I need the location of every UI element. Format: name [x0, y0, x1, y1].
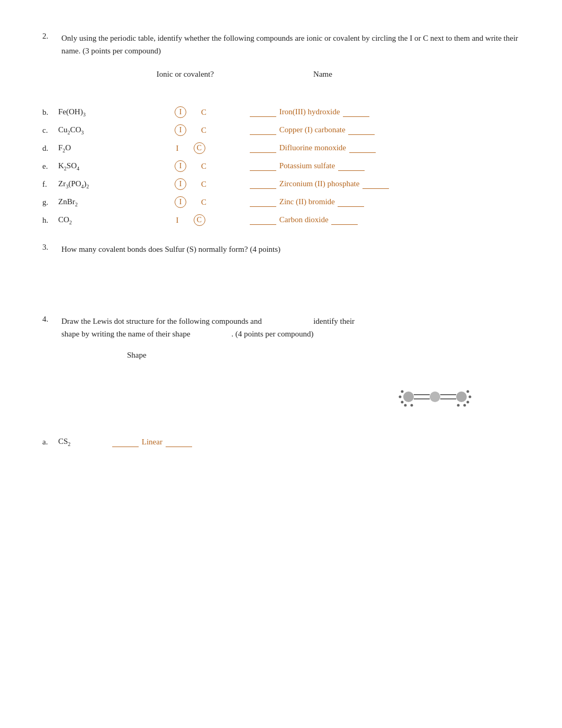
svg-point-15	[457, 404, 460, 407]
row-b-line2	[343, 107, 369, 117]
q4-gap1	[264, 315, 311, 327]
row-d-letter: d.	[42, 144, 58, 153]
compound-row-g: g. ZnBr2 I C Zinc (II) bromide	[42, 196, 520, 208]
row-4a-line2	[166, 438, 192, 447]
row-b-letter: b.	[42, 108, 58, 117]
row-g-name: Zinc (II) bromide	[249, 197, 439, 207]
row-h-formula: CO2	[58, 215, 132, 225]
question-2: 2. Only using the periodic table, identi…	[42, 32, 520, 226]
row-e-letter: e.	[42, 162, 58, 171]
row-f-plain-C: C	[201, 180, 206, 189]
header-ionic: Ionic or covalent?	[127, 70, 243, 79]
row-g-formula: ZnBr2	[58, 197, 132, 207]
row-g-line1	[250, 197, 276, 207]
row-c-letter: c.	[42, 126, 58, 135]
question-4: 4. Draw the Lewis dot structure for the …	[42, 315, 520, 447]
row-f-formula: Zr3(PO4)2	[58, 179, 132, 189]
spacer1	[42, 79, 520, 100]
question-4-block: 4. Draw the Lewis dot structure for the …	[42, 315, 520, 340]
svg-point-1	[403, 392, 414, 402]
row-g-name-text: Zinc (II) bromide	[279, 197, 335, 206]
row-e-name-text: Potassium sulfate	[279, 161, 335, 170]
row-f-line2	[362, 179, 389, 189]
row-g-line2	[338, 197, 364, 207]
question-2-number: 2.	[42, 32, 61, 57]
row-c-formula: Cu2CO3	[58, 125, 132, 135]
lewis-area	[85, 370, 520, 429]
row-b-ionic: I C	[132, 106, 249, 118]
row-d-circle-C: C	[194, 142, 205, 154]
row-h-line2	[331, 215, 358, 225]
row-b-formula: Fe(OH)3	[58, 107, 132, 117]
row-h-line1	[250, 215, 276, 225]
lewis-diagram-container	[85, 370, 520, 429]
row-g-circle-I: I	[175, 196, 186, 208]
svg-point-8	[399, 396, 402, 398]
svg-point-2	[456, 392, 467, 402]
row-b-line1	[250, 107, 276, 117]
svg-point-13	[404, 404, 407, 407]
row-e-ionic: I C	[132, 160, 249, 172]
row-g-ionic: I C	[132, 196, 249, 208]
q4-text2-end: . (4 points per compound)	[231, 330, 313, 338]
compound-row-e: e. K2SO4 I C Potassium sulfate	[42, 160, 520, 172]
row-c-line2	[348, 125, 375, 135]
row-g-plain-C: C	[201, 198, 206, 207]
row-h-letter: h.	[42, 216, 58, 225]
compound-row-d: d. F2O I C Difluorine monoxide	[42, 142, 520, 154]
row-f-ionic: I C	[132, 178, 249, 190]
q4-text2: shape by writing the name of their shape	[61, 330, 191, 338]
question-3-number: 3.	[42, 243, 61, 256]
row-b-plain-C: C	[201, 108, 206, 117]
row-h-name: Carbon dioxide	[249, 215, 439, 225]
row-c-ionic: I C	[132, 124, 249, 136]
row-e-line2	[338, 161, 365, 171]
svg-point-14	[411, 404, 413, 407]
row-d-line1	[250, 143, 276, 153]
svg-point-16	[464, 404, 466, 407]
svg-point-9	[401, 401, 404, 404]
row-e-line1	[250, 161, 276, 171]
question-2-block: 2. Only using the periodic table, identi…	[42, 32, 520, 57]
q4-gap2	[192, 327, 229, 340]
compound-row-4a: a. CS2 Linear	[42, 437, 520, 447]
row-f-circle-I: I	[175, 178, 186, 190]
svg-point-12	[467, 401, 469, 404]
q3-spacer	[42, 256, 520, 298]
row-d-formula: F2O	[58, 143, 132, 153]
row-b-name: Iron(III) hydroxide	[249, 107, 439, 117]
shape-header: Shape	[127, 351, 520, 360]
row-g-letter: g.	[42, 198, 58, 207]
q4-text-middle: identify their	[313, 317, 355, 325]
question-3-text: How many covalent bonds does Sulfur (S) …	[61, 243, 520, 256]
row-c-plain-C: C	[201, 126, 206, 135]
row-h-circle-C: C	[194, 214, 205, 226]
row-e-name: Potassium sulfate	[249, 161, 439, 171]
compound-row-b: b. Fe(OH)3 I C Iron(III) hydroxide	[42, 106, 520, 118]
row-b-circle-I: I	[175, 106, 186, 118]
row-e-formula: K2SO4	[58, 161, 132, 171]
compound-row-h: h. CO2 I C Carbon dioxide	[42, 214, 520, 226]
question-2-text: Only using the periodic table, identify …	[61, 32, 520, 57]
question-4-text: Draw the Lewis dot structure for the fol…	[61, 315, 520, 340]
row-h-ionic: I C	[132, 214, 249, 226]
row-d-name-text: Difluorine monoxide	[279, 143, 346, 152]
row-f-name-text: Zirconium (II) phosphate	[279, 179, 360, 188]
row-c-line1	[250, 125, 276, 135]
row-h-name-text: Carbon dioxide	[279, 215, 329, 224]
q4-text-before: Draw the Lewis dot structure for the fol…	[61, 317, 262, 325]
cs2-lewis-diagram	[393, 370, 477, 429]
row-f-name: Zirconium (II) phosphate	[249, 179, 439, 189]
question-3-block: 3. How many covalent bonds does Sulfur (…	[42, 243, 520, 256]
svg-point-11	[469, 396, 472, 398]
row-4a-letter: a.	[42, 438, 58, 447]
row-c-name-text: Copper (I) carbonate	[279, 125, 346, 134]
row-d-plain-I: I	[176, 144, 179, 153]
table-header: Ionic or covalent? Name	[127, 70, 520, 79]
row-4a-name: Linear	[111, 438, 193, 447]
svg-point-0	[430, 392, 440, 402]
row-c-name: Copper (I) carbonate	[249, 125, 439, 135]
svg-point-7	[401, 390, 404, 393]
row-4a-formula: CS2	[58, 437, 111, 447]
row-b-name-text: Iron(III) hydroxide	[279, 107, 340, 116]
